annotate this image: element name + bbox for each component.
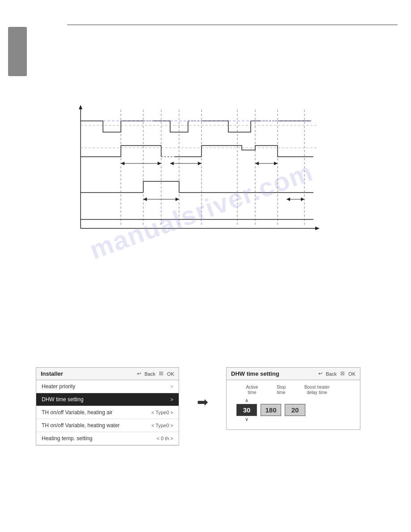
dhw-content: Activetime Stoptime Boost heaterdelay ti… [227, 380, 360, 429]
heater-priority-arrow: > [171, 384, 173, 389]
boost-heater-box: 20 [285, 404, 305, 416]
installer-header: Installer ↩ Back ☒ OK [36, 368, 179, 380]
svg-marker-27 [287, 197, 290, 201]
heater-priority-label: Heater priority [42, 383, 75, 390]
svg-marker-15 [170, 162, 174, 165]
dhw-time-setting-arrow: > [171, 397, 173, 402]
stop-time-box: 180 [261, 404, 281, 416]
dhw-values-row: ∧ 30 ∨ 180 20 [233, 397, 354, 423]
svg-marker-12 [121, 162, 124, 165]
svg-marker-19 [274, 162, 278, 165]
dhw-nav: ↩ Back ☒ OK [318, 371, 355, 377]
dhw-ok-label: OK [348, 371, 355, 377]
dhw-title: DHW time setting [231, 370, 279, 377]
panel-arrow: ➡ [197, 394, 208, 410]
svg-marker-3 [315, 227, 320, 230]
panels-container: Installer ↩ Back ☒ OK Heater priority > … [36, 367, 360, 446]
side-tab [8, 27, 27, 76]
svg-marker-18 [255, 162, 259, 165]
svg-marker-24 [176, 197, 179, 201]
svg-marker-16 [198, 162, 201, 165]
back-icon: ↩ [137, 371, 141, 377]
svg-marker-23 [143, 197, 147, 201]
back-label: Back [145, 371, 155, 377]
ok-label: OK [167, 371, 174, 377]
svg-marker-13 [158, 162, 161, 165]
col-header-stop-time: Stoptime [268, 385, 295, 395]
installer-row-heater-priority[interactable]: Heater priority > [36, 380, 179, 393]
col-header-active-time: Activetime [236, 385, 268, 395]
dhw-time-setting-label: DHW time setting [42, 396, 83, 403]
th-onoff-water-value: < Type0 > [151, 423, 173, 428]
dhw-col-headers: Activetime Stoptime Boost heaterdelay ti… [233, 385, 354, 395]
boost-heater-value[interactable]: 20 [285, 404, 305, 416]
right-arrow-icon: ➡ [197, 394, 208, 410]
col-header-boost-heater: Boost heaterdelay time [295, 385, 339, 395]
ok-icon: ☒ [159, 371, 163, 377]
installer-row-th-onoff-water[interactable]: TH on/off Variable, heating water < Type… [36, 419, 179, 432]
th-onoff-air-label: TH on/off Variable, heating air [42, 409, 112, 416]
active-time-down-arrow[interactable]: ∨ [245, 416, 248, 423]
dhw-panel: DHW time setting ↩ Back ☒ OK Activetime … [226, 367, 360, 430]
svg-marker-1 [79, 105, 82, 109]
installer-row-dhw-time-setting[interactable]: DHW time setting > [36, 393, 179, 406]
th-onoff-water-label: TH on/off Variable, heating water [42, 422, 120, 429]
dhw-ok-icon: ☒ [340, 371, 345, 377]
installer-row-th-onoff-air[interactable]: TH on/off Variable, heating air < Type0 … [36, 406, 179, 419]
top-divider [67, 25, 398, 25]
svg-marker-26 [301, 197, 304, 201]
active-time-box: ∧ 30 ∨ [236, 397, 257, 423]
installer-panel: Installer ↩ Back ☒ OK Heater priority > … [36, 367, 179, 446]
installer-nav: ↩ Back ☒ OK [137, 371, 174, 377]
installer-title: Installer [41, 370, 63, 377]
heating-temp-value: < 0 th > [157, 436, 173, 441]
dhw-back-label: Back [326, 371, 337, 377]
timing-diagram [63, 99, 322, 237]
dhw-back-icon: ↩ [318, 371, 322, 377]
th-onoff-air-value: < Type0 > [151, 410, 173, 415]
active-time-value[interactable]: 30 [236, 404, 257, 416]
active-time-up-arrow[interactable]: ∧ [245, 397, 248, 404]
dhw-header: DHW time setting ↩ Back ☒ OK [227, 368, 360, 380]
heating-temp-label: Heating temp. setting [42, 435, 92, 442]
installer-row-heating-temp[interactable]: Heating temp. setting < 0 th > [36, 432, 179, 445]
stop-time-value[interactable]: 180 [261, 404, 281, 416]
